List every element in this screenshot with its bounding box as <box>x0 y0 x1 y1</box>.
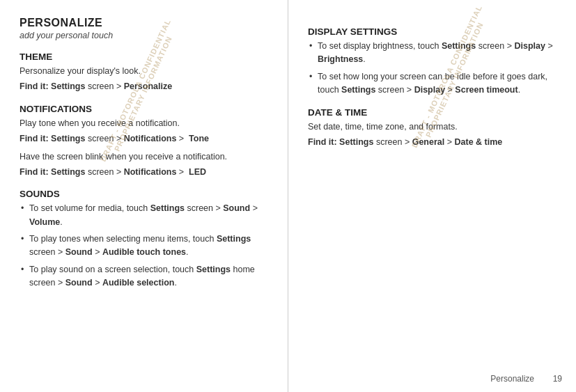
notifications-find-it2: Find it: Settings screen > Notifications… <box>20 166 268 179</box>
page-container: DRAFT - MOTOROLA CONFIDENTIALPROPRIETARY… <box>0 0 576 392</box>
theme-find-it: Find it: Settings screen > Personalize <box>20 80 268 93</box>
left-column: DRAFT - MOTOROLA CONFIDENTIALPROPRIETARY… <box>0 0 288 392</box>
theme-section: THEME Personalize your display's look. F… <box>20 52 268 94</box>
page-number: 19 <box>553 374 562 384</box>
sounds-item-3: To play sound on a screen selection, tou… <box>20 263 268 290</box>
right-column: DRAFT - MOTOROLA CONFIDENTIALPROPRIETARY… <box>288 0 576 392</box>
page-subtitle: add your personal touch <box>20 31 268 40</box>
sounds-list: To set volume for media, touch Settings … <box>20 202 268 290</box>
display-settings-list: To set display brightness, touch Setting… <box>308 40 556 97</box>
date-time-section: DATE & TIME Set date, time, time zone, a… <box>308 107 556 150</box>
notifications-find-it1: Find it: Settings screen > Notifications… <box>20 132 268 146</box>
sounds-title: SOUNDS <box>20 189 268 199</box>
date-time-body: Set date, time, time zone, and formats. <box>308 120 556 134</box>
notifications-title: NOTIFICATIONS <box>20 104 268 114</box>
page-label: Personalize <box>490 374 534 384</box>
page-title: PERSONALIZE <box>20 17 268 29</box>
sounds-item-1: To set volume for media, touch Settings … <box>20 202 268 229</box>
notifications-body1: Play tone when you receive a notificatio… <box>20 117 268 130</box>
display-settings-item-2: To set how long your screen can be idle … <box>308 70 556 97</box>
display-settings-section: DISPLAY SETTINGS To set display brightne… <box>308 26 556 97</box>
sounds-section: SOUNDS To set volume for media, touch Se… <box>20 189 268 290</box>
theme-body: Personalize your display's look. <box>20 65 268 78</box>
notifications-body2: Have the screen blink when you receive a… <box>20 150 268 164</box>
display-settings-item-1: To set display brightness, touch Setting… <box>308 40 556 67</box>
theme-title: THEME <box>20 52 268 62</box>
notifications-section: NOTIFICATIONS Play tone when you receive… <box>20 104 268 180</box>
sounds-item-2: To play tones when selecting menu items,… <box>20 233 268 260</box>
date-time-title: DATE & TIME <box>308 107 556 118</box>
date-time-find-it: Find it: Settings screen > General > Dat… <box>308 136 556 149</box>
display-settings-title: DISPLAY SETTINGS <box>308 26 556 37</box>
